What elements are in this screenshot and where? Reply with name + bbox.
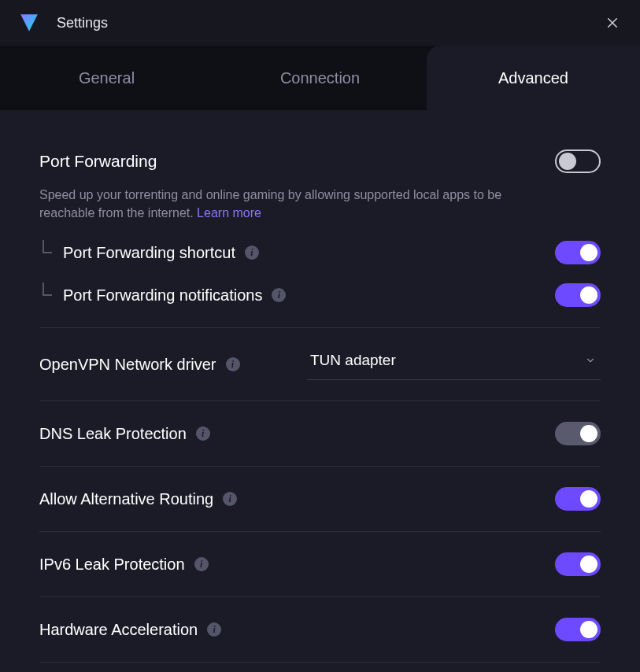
window-title: Settings bbox=[57, 15, 108, 31]
port-forwarding-description: Speed up your torrenting and online gami… bbox=[39, 186, 527, 222]
chevron-down-icon bbox=[585, 355, 596, 366]
alt-routing-row: Allow Alternative Routing i bbox=[39, 466, 601, 531]
port-forwarding-title: Port Forwarding bbox=[39, 152, 555, 171]
tree-branch-icon bbox=[41, 240, 57, 259]
learn-more-link[interactable]: Learn more bbox=[197, 206, 261, 220]
close-button[interactable] bbox=[601, 11, 624, 35]
hw-accel-row: Hardware Acceleration i bbox=[39, 596, 601, 662]
info-icon[interactable]: i bbox=[226, 357, 240, 371]
tab-general[interactable]: General bbox=[0, 46, 213, 110]
port-forwarding-shortcut-row: Port Forwarding shortcut i bbox=[39, 241, 601, 264]
port-forwarding-toggle[interactable] bbox=[555, 150, 601, 173]
ipv6-leak-label: IPv6 Leak Protection i bbox=[39, 556, 555, 574]
app-logo-icon bbox=[19, 13, 39, 33]
port-forwarding-header: Port Forwarding bbox=[39, 150, 601, 173]
settings-content: Port Forwarding Speed up your torrenting… bbox=[0, 110, 640, 672]
port-forwarding-shortcut-label: Port Forwarding shortcut i bbox=[63, 244, 555, 262]
tab-connection[interactable]: Connection bbox=[213, 46, 427, 110]
port-forwarding-notifications-toggle[interactable] bbox=[555, 283, 601, 307]
svg-marker-0 bbox=[20, 14, 38, 31]
alt-routing-toggle[interactable] bbox=[555, 487, 601, 511]
port-forwarding-notifications-row: Port Forwarding notifications i bbox=[39, 283, 601, 307]
info-icon[interactable]: i bbox=[194, 557, 209, 571]
close-icon bbox=[605, 16, 620, 30]
hw-accel-label: Hardware Acceleration i bbox=[39, 621, 555, 639]
dns-leak-label: DNS Leak Protection i bbox=[39, 425, 555, 443]
openvpn-driver-dropdown[interactable]: TUN adapter bbox=[307, 349, 601, 380]
ipv6-leak-row: IPv6 Leak Protection i bbox=[39, 531, 601, 596]
port-forwarding-shortcut-toggle[interactable] bbox=[555, 241, 601, 264]
port-forwarding-notifications-label: Port Forwarding notifications i bbox=[63, 286, 555, 305]
info-icon[interactable]: i bbox=[245, 246, 259, 260]
ipv6-leak-toggle[interactable] bbox=[555, 552, 601, 576]
info-icon[interactable]: i bbox=[223, 492, 237, 506]
openvpn-driver-value: TUN adapter bbox=[310, 352, 396, 369]
openvpn-driver-row: OpenVPN Network driver i TUN adapter bbox=[39, 327, 601, 401]
tab-advanced[interactable]: Advanced bbox=[427, 46, 640, 110]
info-icon[interactable]: i bbox=[272, 288, 286, 302]
tree-branch-icon bbox=[41, 282, 57, 301]
split-tunnel-row: Split Tunneling i bbox=[39, 662, 601, 672]
tabs-bar: General Connection Advanced bbox=[0, 46, 640, 110]
dns-leak-toggle[interactable] bbox=[555, 422, 601, 445]
titlebar: Settings bbox=[0, 0, 640, 46]
hw-accel-toggle[interactable] bbox=[555, 618, 601, 641]
alt-routing-label: Allow Alternative Routing i bbox=[39, 490, 555, 508]
dns-leak-row: DNS Leak Protection i bbox=[39, 401, 601, 466]
info-icon[interactable]: i bbox=[207, 622, 221, 637]
port-forwarding-description-text: Speed up your torrenting and online gami… bbox=[39, 188, 501, 220]
info-icon[interactable]: i bbox=[196, 426, 210, 441]
openvpn-driver-label: OpenVPN Network driver i bbox=[39, 356, 260, 374]
